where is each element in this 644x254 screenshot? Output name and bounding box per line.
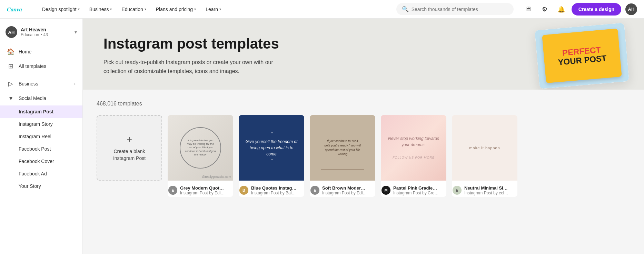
nav-design-spotlight[interactable]: Design spotlight ▾ <box>37 0 85 19</box>
nav-education[interactable]: Education ▾ <box>117 0 151 19</box>
nav-label: Learn <box>206 7 218 12</box>
template-title: Neutral Minimal Si… <box>464 185 517 191</box>
author-avatar: E <box>168 186 177 195</box>
user-name: Art Heaven <box>21 27 71 32</box>
sidebar-item-facebook-cover[interactable]: Facebook Cover <box>0 155 82 167</box>
sidebar-item-instagram-story[interactable]: Instagram Story <box>0 118 82 130</box>
author-avatar: E <box>453 186 462 195</box>
sidebar-item-label: Facebook Cover <box>19 159 76 164</box>
template-preview: If you continue to "wait until you're re… <box>310 115 375 181</box>
template-card[interactable]: It is possible that you may be waiting f… <box>168 115 233 197</box>
sidebar-item-label: Home <box>19 49 76 54</box>
hero-text: Instagram post templates Pick out ready-… <box>103 35 290 76</box>
template-card-info: E Neutral Minimal Si… Instagram Post by … <box>452 181 517 197</box>
topnav-icons: 🖥 ⚙ 🔔 Create a design AH <box>522 3 637 16</box>
sidebar: AH Art Heaven Education • 43 ▾ 🏠 Home ⊞ … <box>0 19 83 254</box>
create-blank-card[interactable]: + Create a blankInstagram Post <box>97 115 162 181</box>
template-subtitle: Instagram Post by Edi… <box>180 191 232 195</box>
nav-label: Education <box>121 7 143 12</box>
sidebar-item-label: Social Media <box>19 95 76 101</box>
canva-logo[interactable]: Canva <box>7 4 31 14</box>
template-subtitle: Instagram Post by Bal… <box>251 191 304 195</box>
notification-icon-btn[interactable]: 🔔 <box>555 3 567 16</box>
nav-learn[interactable]: Learn ▾ <box>201 0 226 19</box>
sidebar-item-facebook-ad[interactable]: Facebook Ad <box>0 167 82 180</box>
chevron-down-icon: ▾ <box>194 7 196 11</box>
templates-section: 468,016 templates + Create a blankInstag… <box>83 90 644 212</box>
home-icon: 🏠 <box>7 48 14 55</box>
edu-badge: 🎓 <box>221 168 230 178</box>
user-section[interactable]: AH Art Heaven Education • 43 ▾ <box>0 21 82 43</box>
main-content: Instagram post templates Pick out ready-… <box>83 19 644 254</box>
svg-text:Canva: Canva <box>7 6 22 12</box>
chevron-down-icon: ▾ <box>78 7 80 11</box>
template-subtitle: Instagram Post by ecl… <box>464 191 517 195</box>
template-subtitle: Instagram Post by Edi… <box>322 191 375 195</box>
create-design-button[interactable]: Create a design <box>572 3 621 16</box>
hero-description: Pick out ready-to-publish Instagram post… <box>103 58 290 75</box>
template-card-info: E Soft Brown Moder… Instagram Post by Ed… <box>310 181 375 197</box>
sidebar-item-label: Facebook Post <box>19 146 76 152</box>
hero-section: Instagram post templates Pick out ready-… <box>83 19 644 90</box>
monitor-icon-btn[interactable]: 🖥 <box>522 3 534 16</box>
app-layout: AH Art Heaven Education • 43 ▾ 🏠 Home ⊞ … <box>0 19 644 254</box>
nav-plans[interactable]: Plans and pricing ▾ <box>151 0 201 19</box>
nav-label: Business <box>89 7 109 12</box>
nav-label: Design spotlight <box>42 7 77 12</box>
chevron-down-icon: ▾ <box>7 94 14 102</box>
user-avatar[interactable]: AH <box>625 3 637 15</box>
chevron-down-icon: ▾ <box>110 7 112 11</box>
top-navigation: Canva Design spotlight ▾ Business ▾ Educ… <box>0 0 644 19</box>
sidebar-item-label: All templates <box>19 63 76 69</box>
template-title: Soft Brown Moder… <box>322 185 375 191</box>
template-title: Blue Quotes Instag… <box>251 185 304 191</box>
sidebar-item-business[interactable]: ▷ Business › <box>0 77 82 91</box>
edu-badge: 🎓 <box>505 168 515 178</box>
chevron-down-icon: ▾ <box>145 7 146 11</box>
settings-icon-btn[interactable]: ⚙ <box>538 3 551 16</box>
template-title: Grey Modern Quot… <box>180 185 232 191</box>
sidebar-item-all-templates[interactable]: ⊞ All templates <box>0 59 82 73</box>
template-preview: make it happen 🎓 <box>452 115 517 181</box>
templates-icon: ⊞ <box>7 62 14 70</box>
card-author-row: E Soft Brown Moder… Instagram Post by Ed… <box>310 185 375 195</box>
template-preview: It is possible that you may be waiting f… <box>168 115 233 181</box>
card-author-row: E Grey Modern Quot… Instagram Post by Ed… <box>168 185 232 195</box>
nav-business[interactable]: Business ▾ <box>85 0 117 19</box>
author-avatar: B <box>239 186 248 195</box>
chevron-right-icon: ▷ <box>7 80 14 88</box>
template-subtitle: Instagram Post by Cre… <box>393 191 446 195</box>
template-title: Pastel Pink Gradie… <box>393 185 446 191</box>
sidebar-item-your-story[interactable]: Your Story <box>0 180 82 192</box>
sidebar-item-instagram-post[interactable]: Instagram Post <box>0 105 82 118</box>
sidebar-scroll: AH Art Heaven Education • 43 ▾ 🏠 Home ⊞ … <box>0 19 82 195</box>
user-avatar-sidebar: AH <box>6 26 17 38</box>
sidebar-item-instagram-reel[interactable]: Instagram Reel <box>0 130 82 143</box>
sidebar-item-label: Business <box>19 81 70 87</box>
author-avatar: M <box>382 186 390 195</box>
template-card[interactable]: If you continue to "wait until you're re… <box>310 115 375 197</box>
template-card-info: E Grey Modern Quot… Instagram Post by Ed… <box>168 181 233 197</box>
card-author-row: M Pastel Pink Gradie… Instagram Post by … <box>382 185 446 195</box>
sidebar-item-social-media[interactable]: ▾ Social Media <box>0 91 82 105</box>
nav-links: Design spotlight ▾ Business ▾ Education … <box>37 0 391 19</box>
search-icon: 🔍 <box>402 6 409 12</box>
template-card[interactable]: Never stop working towards your dreams. … <box>381 115 446 197</box>
author-avatar: E <box>310 186 319 195</box>
chevron-down-icon: ▾ <box>219 7 221 11</box>
sidebar-item-facebook-post[interactable]: Facebook Post <box>0 143 82 155</box>
sidebar-item-home[interactable]: 🏠 Home <box>0 44 82 59</box>
template-preview: Never stop working towards your dreams. … <box>381 115 446 181</box>
sidebar-item-label: Instagram Post <box>19 109 76 114</box>
search-input[interactable] <box>412 7 508 12</box>
user-info: Art Heaven Education • 43 <box>21 27 71 37</box>
card-author-row: B Blue Quotes Instag… Instagram Post by … <box>239 185 304 195</box>
chevron-right-icon: › <box>74 82 76 86</box>
template-card[interactable]: make it happen 🎓 E <box>452 115 517 197</box>
page-title: Instagram post templates <box>103 35 290 52</box>
templates-grid: + Create a blankInstagram Post It is pos… <box>97 115 630 201</box>
search-bar[interactable]: 🔍 <box>396 3 514 15</box>
template-card[interactable]: " Give yourself the freedom of being ope… <box>239 115 304 197</box>
sidebar-item-label: Your Story <box>19 183 76 189</box>
templates-count: 468,016 templates <box>97 101 630 107</box>
